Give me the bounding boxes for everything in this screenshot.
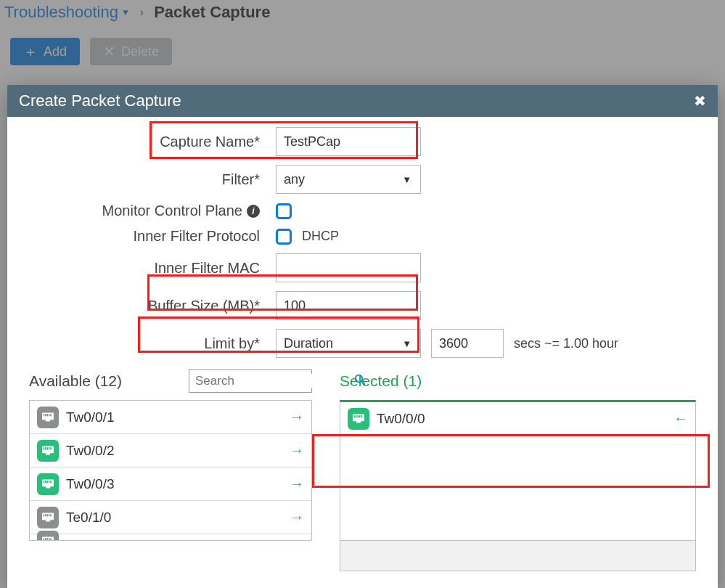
monitor-control-plane-label: Monitor Control Plane — [102, 203, 242, 219]
inner-filter-mac-input[interactable] — [276, 253, 421, 282]
create-packet-capture-modal: Create Packet Capture ✖ Capture Name* Fi… — [7, 85, 718, 588]
svg-rect-41 — [357, 415, 359, 417]
selected-list-footer — [340, 541, 696, 571]
selected-item-label: Tw0/0/0 — [377, 411, 425, 427]
svg-rect-21 — [49, 481, 50, 483]
capture-name-input[interactable] — [276, 127, 421, 156]
arrow-right-icon[interactable]: → — [290, 475, 304, 492]
svg-rect-13 — [46, 447, 48, 449]
arrow-right-icon[interactable]: → — [290, 509, 304, 526]
svg-rect-17 — [46, 485, 50, 488]
ethernet-port-icon — [348, 408, 369, 430]
capture-name-label: Capture Name* — [29, 134, 276, 150]
inner-filter-protocol-label: Inner Filter Protocol — [29, 228, 276, 245]
available-search-input[interactable] — [195, 374, 349, 388]
arrow-left-icon[interactable]: ← — [673, 410, 688, 427]
svg-rect-33 — [45, 538, 46, 540]
limit-by-select[interactable]: Duration ▼ — [276, 329, 421, 358]
inner-filter-protocol-option: DHCP — [302, 229, 339, 244]
svg-rect-26 — [45, 514, 46, 516]
limit-by-select-value: Duration — [284, 336, 333, 351]
buffer-size-input[interactable] — [276, 291, 421, 320]
svg-rect-20 — [46, 481, 48, 483]
selected-item[interactable]: Tw0/0/0 ← — [340, 402, 695, 436]
filter-select[interactable]: any ▼ — [276, 165, 421, 194]
svg-rect-32 — [44, 538, 45, 540]
arrow-right-icon[interactable]: → — [290, 442, 304, 459]
limit-by-label: Limit by* — [29, 335, 276, 352]
info-icon[interactable]: i — [247, 205, 260, 218]
filter-select-value: any — [284, 172, 305, 187]
available-search[interactable] — [189, 369, 312, 393]
svg-rect-11 — [44, 447, 45, 449]
svg-rect-12 — [45, 447, 46, 449]
svg-rect-36 — [50, 538, 52, 540]
svg-rect-29 — [50, 514, 52, 516]
svg-rect-10 — [46, 452, 50, 454]
svg-rect-6 — [46, 414, 48, 416]
available-item[interactable]: Tw0/0/1 → — [30, 401, 311, 434]
svg-rect-34 — [46, 538, 48, 540]
monitor-control-plane-checkbox[interactable] — [276, 203, 292, 219]
filter-label: Filter* — [29, 171, 276, 188]
arrow-right-icon[interactable]: → — [290, 409, 304, 425]
svg-rect-14 — [49, 447, 50, 449]
svg-rect-38 — [356, 420, 361, 422]
svg-rect-18 — [44, 481, 45, 483]
svg-rect-22 — [50, 481, 52, 483]
svg-rect-40 — [356, 415, 357, 417]
modal-title: Create Packet Capture — [19, 91, 181, 110]
limit-by-value-input[interactable] — [431, 329, 504, 358]
modal-header: Create Packet Capture ✖ — [7, 85, 718, 117]
chevron-down-icon: ▼ — [402, 174, 411, 185]
svg-rect-27 — [46, 514, 48, 516]
svg-rect-3 — [46, 418, 50, 421]
svg-rect-7 — [49, 414, 50, 416]
svg-rect-19 — [45, 481, 46, 483]
buffer-size-label: Buffer Size (MB)* — [29, 298, 276, 314]
svg-rect-25 — [44, 514, 45, 516]
available-item-label: Te0/1/0 — [66, 510, 111, 526]
available-item-label: Tw0/0/2 — [66, 443, 115, 459]
svg-rect-39 — [354, 415, 356, 417]
selected-list[interactable]: Tw0/0/0 ← — [340, 400, 696, 541]
svg-rect-42 — [359, 415, 361, 417]
ethernet-port-icon — [37, 507, 59, 528]
available-item[interactable] — [30, 534, 311, 541]
inner-filter-mac-label: Inner Filter MAC — [29, 260, 276, 277]
ethernet-port-icon — [37, 531, 59, 542]
svg-rect-15 — [50, 447, 52, 449]
available-item[interactable]: Te0/1/0 → — [30, 501, 311, 534]
svg-rect-4 — [44, 414, 45, 416]
chevron-down-icon: ▼ — [402, 338, 411, 349]
ethernet-port-icon — [37, 407, 59, 428]
ethernet-port-icon — [37, 473, 59, 495]
inner-filter-protocol-dhcp-checkbox[interactable] — [276, 229, 292, 245]
svg-rect-8 — [50, 414, 52, 416]
available-list[interactable]: Tw0/0/1 → Tw0/0/2 → Tw0/0/3 → Te0/1/0 → — [29, 400, 312, 541]
available-item-label: Tw0/0/1 — [66, 409, 115, 425]
svg-rect-35 — [49, 538, 50, 540]
close-icon[interactable]: ✖ — [694, 92, 706, 110]
svg-rect-28 — [49, 514, 50, 516]
limit-by-hint: secs ~= 1.00 hour — [514, 336, 618, 351]
ethernet-port-icon — [37, 440, 59, 462]
svg-rect-5 — [45, 414, 46, 416]
svg-rect-43 — [361, 415, 362, 417]
svg-rect-24 — [46, 518, 50, 521]
available-title: Available (12) — [29, 372, 122, 390]
available-item[interactable]: Tw0/0/3 → — [30, 467, 311, 501]
available-item[interactable]: Tw0/0/2 → — [30, 434, 311, 467]
selected-title: Selected (1) — [340, 372, 422, 390]
available-item-label: Tw0/0/3 — [66, 476, 115, 492]
